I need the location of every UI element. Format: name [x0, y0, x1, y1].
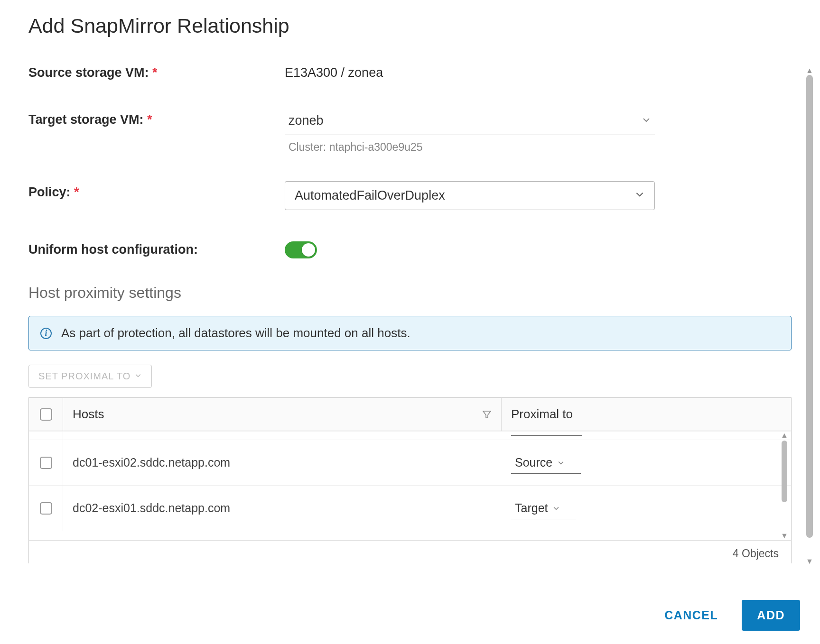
column-hosts[interactable]: Hosts [63, 398, 502, 431]
table-footer: 4 Objects [29, 540, 791, 563]
svg-marker-0 [483, 411, 491, 418]
column-proximal[interactable]: Proximal to [502, 398, 791, 431]
scroll-up-icon[interactable]: ▲ [806, 66, 813, 75]
scroll-up-icon[interactable]: ▲ [781, 431, 788, 440]
target-storage-vm-select[interactable]: zoneb [285, 109, 655, 135]
table-row: dc02-esxi01.sddc.netapp.com Target [29, 485, 791, 531]
target-storage-vm-label: Target storage VM: * [28, 109, 285, 127]
source-storage-vm-label: Source storage VM: * [28, 62, 285, 80]
filter-icon[interactable] [482, 410, 492, 419]
host-cell: dc01-esxi02.sddc.netapp.com [63, 456, 502, 469]
add-button[interactable]: ADD [742, 600, 800, 631]
uniform-host-toggle[interactable] [285, 241, 317, 258]
chevron-down-icon [634, 188, 645, 203]
table-row: dc01-esxi02.sddc.netapp.com Source [29, 440, 791, 485]
uniform-host-label: Uniform host configuration: [28, 239, 285, 257]
dialog-add-snapmirror: Add SnapMirror Relationship Source stora… [0, 0, 820, 644]
hosts-table: Hosts Proximal to [28, 397, 792, 563]
proximal-select[interactable]: Target [511, 497, 576, 519]
info-banner: i As part of protection, all datastores … [28, 316, 792, 350]
host-proximity-heading: Host proximity settings [28, 284, 792, 302]
object-count: 4 Objects [733, 547, 779, 560]
dialog-footer: CANCEL ADD [655, 600, 800, 631]
content-scrollbar[interactable]: ▲ ▼ [805, 66, 814, 566]
table-scrollbar[interactable]: ▲ ▼ [780, 431, 789, 540]
scroll-down-icon[interactable]: ▼ [781, 532, 788, 540]
chevron-down-icon [552, 501, 560, 515]
policy-select[interactable]: AutomatedFailOverDuplex [285, 181, 655, 210]
table-row [29, 431, 791, 440]
proximal-select[interactable]: Source [511, 452, 581, 474]
content-area: Source storage VM: * E13A300 / zonea Tar… [28, 62, 806, 563]
row-checkbox[interactable] [40, 502, 52, 515]
table-header: Hosts Proximal to [29, 398, 791, 431]
target-cluster-helper: Cluster: ntaphci-a300e9u25 [285, 141, 655, 154]
policy-label: Policy: * [28, 181, 285, 200]
set-proximal-to-button[interactable]: SET PROXIMAL TO [28, 365, 152, 388]
host-cell: dc02-esxi01.sddc.netapp.com [63, 501, 502, 515]
dialog-title: Add SnapMirror Relationship [0, 14, 820, 37]
chevron-down-icon [557, 456, 565, 469]
row-checkbox[interactable] [40, 457, 52, 469]
cancel-button[interactable]: CANCEL [655, 605, 727, 626]
info-icon: i [40, 328, 52, 339]
info-banner-text: As part of protection, all datastores wi… [61, 326, 410, 340]
chevron-down-icon [134, 371, 142, 382]
chevron-down-icon [642, 115, 651, 125]
source-storage-vm-value: E13A300 / zonea [285, 62, 655, 80]
select-all-checkbox[interactable] [40, 408, 52, 421]
scroll-down-icon[interactable]: ▼ [806, 557, 813, 566]
